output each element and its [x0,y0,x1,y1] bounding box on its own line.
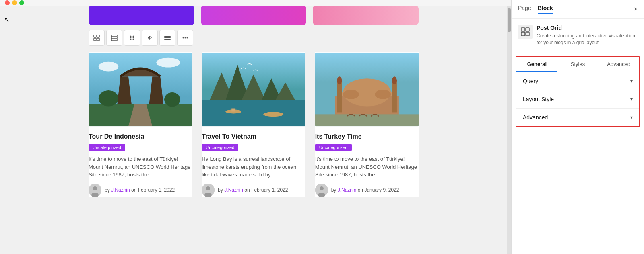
avatar [202,184,215,197]
post-image-turkey [315,52,419,127]
color-bar-purple [89,6,194,25]
post-grid: Tour De Indonesia Uncategorized It's tim… [0,52,507,197]
post-category: Uncategorized [89,144,125,151]
panel-header: Page Block × [512,0,644,19]
svg-rect-5 [111,37,117,39]
post-excerpt: It's time to move to the east of Türkiye… [315,155,419,179]
svg-point-54 [375,90,391,99]
tab-styles[interactable]: Styles [557,57,599,72]
post-meta: by J.Naznin on February 1, 2022 [89,184,192,197]
maximize-dot[interactable] [19,0,24,5]
post-meta: by J.Naznin on January 9, 2022 [315,184,419,197]
svg-point-57 [320,186,324,190]
svg-point-40 [264,112,283,117]
post-card: Its Turkey Time Uncategorized It's time … [315,52,419,197]
svg-rect-2 [94,38,96,41]
move-up-button[interactable] [142,30,158,46]
svg-rect-61 [521,32,525,36]
block-info-description: Create a stunning and interactive visual… [537,33,638,46]
block-info-title: Post Grid [537,25,638,31]
accordion-layout-style: Layout Style ▾ [516,90,639,109]
block-icon [518,25,533,39]
svg-point-42 [206,186,210,190]
accordion-layout-header[interactable]: Layout Style ▾ [516,90,639,108]
svg-rect-49 [337,80,342,112]
svg-point-24 [99,90,118,107]
accordion-query-label: Query [523,78,538,84]
chevron-down-icon: ▾ [630,96,633,102]
post-image-indonesia [89,52,192,127]
svg-rect-6 [111,39,117,41]
avatar [315,184,328,197]
svg-point-18 [187,37,188,39]
svg-point-7 [130,36,132,37]
grid-view-button[interactable] [89,30,105,46]
svg-rect-1 [97,35,99,37]
svg-point-50 [337,76,342,84]
svg-point-8 [133,36,134,37]
accordion-query-header[interactable]: Query ▾ [516,72,639,90]
post-author-date: by J.Naznin on January 9, 2022 [331,187,399,193]
accordion-layout-label: Layout Style [523,96,554,102]
svg-point-12 [133,39,134,40]
list-view-button[interactable] [106,30,122,46]
svg-rect-59 [521,28,525,31]
svg-rect-0 [94,35,96,37]
avatar [89,184,101,197]
post-category: Uncategorized [202,144,238,151]
right-panel: Page Block × Post Grid Create a stunning… [511,0,644,254]
accordion-query: Query ▾ [516,72,639,90]
block-toolbar [0,30,507,46]
post-meta: by J.Naznin on February 1, 2022 [202,184,305,197]
close-panel-button[interactable]: × [634,6,638,13]
chevron-down-icon: ▾ [630,115,633,120]
post-title: Its Turkey Time [315,133,419,140]
svg-rect-39 [232,109,236,112]
titlebar [0,0,511,6]
settings-tabs: General Styles Advanced [516,57,639,72]
svg-point-9 [130,37,132,39]
accordion-advanced-label: Advanced [523,114,548,121]
svg-point-10 [133,37,134,39]
svg-rect-4 [111,35,117,37]
minimize-dot[interactable] [12,0,17,5]
svg-rect-3 [97,38,99,41]
accordion-advanced-header[interactable]: Advanced ▾ [516,109,639,126]
post-category: Uncategorized [315,144,352,151]
close-dot[interactable] [5,0,10,5]
color-bar-magenta [201,6,307,25]
svg-point-26 [99,62,118,72]
svg-point-27 [156,58,180,68]
main-scrollbar[interactable] [507,0,511,254]
svg-point-52 [392,76,397,84]
svg-point-25 [164,92,180,107]
scrollbar-thumb[interactable] [508,8,511,32]
tab-block[interactable]: Block [538,5,553,14]
panel-settings: General Styles Advanced Query ▾ Layout S… [516,56,640,127]
post-card: Travel To Vietnam Uncategorized Ha Long … [202,52,305,197]
panel-tabs: Page Block [518,5,553,14]
post-author-date: by J.Naznin on February 1, 2022 [218,187,288,193]
tab-page[interactable]: Page [518,5,531,14]
post-title: Tour De Indonesia [89,133,192,140]
more-options-button[interactable] [177,30,193,46]
svg-rect-32 [202,100,305,126]
svg-point-16 [183,37,184,39]
svg-rect-51 [392,80,397,112]
block-info: Post Grid Create a stunning and interact… [512,19,644,52]
svg-rect-62 [526,32,529,36]
post-excerpt: It's time to move to the east of Türkiye… [89,155,192,179]
post-card: Tour De Indonesia Uncategorized It's tim… [89,52,192,197]
chevron-down-icon: ▾ [630,78,633,84]
accordion-advanced: Advanced ▾ [516,109,639,126]
align-button[interactable] [159,30,175,46]
svg-point-17 [185,37,186,39]
tab-general[interactable]: General [516,57,557,72]
tab-advanced[interactable]: Advanced [598,57,639,72]
svg-point-29 [93,186,97,190]
block-info-text: Post Grid Create a stunning and interact… [537,25,638,46]
post-title: Travel To Vietnam [202,133,305,140]
post-image-vietnam [202,52,305,127]
drag-button[interactable] [124,30,140,46]
post-excerpt: Ha Long Bay is a surreal landscape of li… [202,155,305,179]
